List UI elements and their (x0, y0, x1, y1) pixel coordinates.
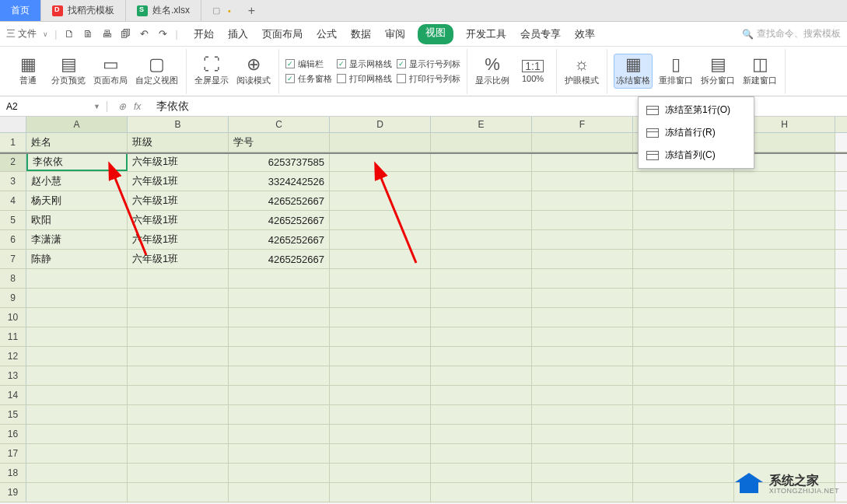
tab-review[interactable]: 审阅 (383, 24, 407, 44)
cell[interactable] (431, 230, 532, 249)
cell[interactable] (229, 289, 330, 307)
cell[interactable] (532, 172, 633, 191)
cell[interactable] (734, 386, 835, 404)
cell[interactable] (532, 483, 633, 502)
cell[interactable] (633, 327, 734, 346)
row-header[interactable]: 5 (0, 211, 26, 229)
cell[interactable] (734, 230, 835, 249)
cell[interactable] (330, 308, 431, 327)
customview-button[interactable]: ▢自定义视图 (134, 54, 180, 88)
cell[interactable] (26, 483, 128, 502)
cell[interactable] (431, 464, 532, 482)
cell[interactable] (229, 483, 330, 502)
taskpane-checkbox[interactable]: 任务窗格 (285, 73, 332, 85)
row-header[interactable]: 16 (0, 425, 26, 443)
cell[interactable] (330, 464, 431, 482)
eyecare-button[interactable]: ☼护眼模式 (563, 54, 600, 88)
cell[interactable] (330, 444, 431, 463)
print-icon[interactable]: 🖶 (100, 28, 113, 40)
row-header[interactable]: 3 (0, 172, 26, 191)
cell[interactable] (734, 250, 835, 268)
cell[interactable] (633, 366, 734, 385)
cell[interactable] (330, 152, 431, 171)
cell[interactable] (633, 289, 734, 307)
cell[interactable]: 6253737585 (229, 152, 330, 171)
cell[interactable] (633, 308, 734, 327)
cell[interactable] (532, 133, 633, 152)
cell[interactable] (229, 425, 330, 443)
cell[interactable] (128, 308, 229, 327)
newwindow-button[interactable]: ◫新建窗口 (741, 54, 779, 88)
cell[interactable] (734, 366, 835, 385)
row-header[interactable]: 2 (0, 152, 26, 171)
cell[interactable] (330, 405, 431, 424)
cell[interactable] (532, 425, 633, 443)
cell[interactable]: 3324242526 (229, 172, 330, 191)
cell[interactable] (532, 366, 633, 385)
cell[interactable] (330, 289, 431, 307)
cell[interactable] (128, 464, 229, 482)
hundred-button[interactable]: 1:1100% (516, 58, 550, 85)
row-header[interactable]: 19 (0, 483, 26, 502)
tab-view[interactable]: 视图 (418, 24, 453, 44)
cell[interactable] (330, 347, 431, 366)
file-dropdown-icon[interactable]: ∨ (43, 30, 48, 38)
cell[interactable] (532, 269, 633, 288)
home-tab[interactable]: 首页 (0, 0, 41, 21)
tab-document[interactable]: 姓名.xlsx (126, 0, 201, 21)
cell[interactable]: 4265252667 (229, 250, 330, 268)
cell[interactable] (532, 327, 633, 346)
cell[interactable] (330, 425, 431, 443)
cell[interactable] (633, 191, 734, 210)
cell[interactable] (431, 327, 532, 346)
pagebreak-button[interactable]: ▤分页预览 (50, 54, 87, 88)
cell[interactable]: 学号 (229, 133, 330, 152)
row-header[interactable]: 15 (0, 405, 26, 424)
cell[interactable] (26, 289, 128, 307)
cell[interactable] (734, 308, 835, 327)
col-header-B[interactable]: B (128, 117, 229, 132)
cell[interactable]: 4265252667 (229, 211, 330, 229)
cell[interactable] (734, 405, 835, 424)
cell[interactable] (229, 464, 330, 482)
row-header[interactable]: 10 (0, 308, 26, 327)
split-button[interactable]: ▤拆分窗口 (699, 54, 737, 88)
editbar-checkbox[interactable]: 编辑栏 (285, 58, 332, 70)
cell[interactable] (128, 444, 229, 463)
cell[interactable] (633, 483, 734, 502)
search-box[interactable]: 🔍 查找命令、搜索模板 (742, 27, 841, 40)
tab-daoke[interactable]: 找稻壳模板 (41, 0, 126, 21)
cell[interactable] (431, 191, 532, 210)
cell[interactable]: 4265252667 (229, 191, 330, 210)
row-header[interactable]: 4 (0, 191, 26, 210)
cell[interactable] (532, 289, 633, 307)
cell[interactable] (734, 211, 835, 229)
cell[interactable] (330, 483, 431, 502)
row-header[interactable]: 12 (0, 347, 26, 366)
cell[interactable] (431, 483, 532, 502)
cell[interactable] (431, 308, 532, 327)
arrange-button[interactable]: ▯重排窗口 (657, 54, 695, 88)
row-header[interactable]: 18 (0, 464, 26, 482)
cell[interactable] (431, 133, 532, 152)
printheadings-checkbox[interactable]: 打印行号列标 (397, 73, 460, 85)
cell[interactable] (431, 289, 532, 307)
cell[interactable] (532, 191, 633, 210)
minimize-icon[interactable]: ▢ (212, 5, 220, 16)
cell[interactable] (734, 347, 835, 366)
col-header-C[interactable]: C (229, 117, 330, 132)
row-header[interactable]: 17 (0, 444, 26, 463)
cell[interactable]: 姓名 (26, 133, 128, 152)
cell[interactable] (734, 269, 835, 288)
cell[interactable] (26, 366, 128, 385)
cell[interactable] (330, 366, 431, 385)
tab-insert[interactable]: 插入 (226, 24, 250, 44)
cell[interactable] (431, 366, 532, 385)
pagelayout-button[interactable]: ▭页面布局 (92, 54, 129, 88)
cell[interactable] (128, 386, 229, 404)
cell[interactable] (330, 386, 431, 404)
name-box[interactable]: A2 ▼ (0, 101, 107, 112)
cell[interactable] (431, 250, 532, 268)
row-header[interactable]: 14 (0, 386, 26, 404)
cell[interactable] (633, 211, 734, 229)
